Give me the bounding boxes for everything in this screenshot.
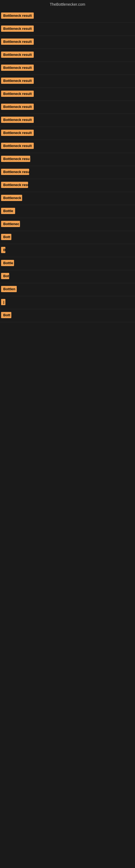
bottleneck-result-label: Bottleneck result (1, 104, 34, 110)
list-item: Bott (0, 231, 135, 244)
bottleneck-result-label: Bottleneck result (1, 52, 34, 58)
bottleneck-result-label: Bottlen (1, 286, 17, 292)
list-item: Bottlen (0, 283, 135, 296)
list-item: Bottleneck (0, 192, 135, 205)
bottleneck-result-label: Bottle (1, 208, 15, 214)
bottleneck-result-label: Bottleneck result (1, 117, 34, 123)
list-item: Bottleneck result (0, 101, 135, 114)
bottleneck-result-label: Bot (1, 273, 9, 279)
bottleneck-result-label: Bottleneck resu (1, 169, 29, 175)
list-item: Bottleneck result (0, 36, 135, 49)
bottleneck-result-label: Bottleneck resu (1, 156, 30, 162)
list-item: Bottle (0, 257, 135, 270)
site-title: TheBottlenecker.com (0, 0, 135, 10)
list-item: Bottleneck result (0, 75, 135, 88)
bottleneck-result-label: Bottleneck (1, 195, 22, 201)
list-item: Bottleneck result (0, 88, 135, 101)
site-title-container: TheBottlenecker.com (0, 0, 135, 10)
list-item: Bottleneck result (0, 114, 135, 127)
bottleneck-result-label: | (1, 299, 5, 305)
bottleneck-result-label: Bottleneck result (1, 26, 34, 32)
bottleneck-result-label: Bottleneck result (1, 91, 34, 97)
bottleneck-result-label: Bottlenec (1, 221, 20, 227)
bottleneck-result-label: Bottleneck result (1, 12, 34, 19)
bottleneck-result-label: Bott (1, 234, 11, 240)
bottleneck-result-label: Bott (1, 312, 11, 318)
list-item: Bottleneck result (0, 62, 135, 75)
bottleneck-result-label: Bottleneck result (1, 38, 34, 45)
bottleneck-result-label: Bottleneck resu (1, 182, 28, 188)
list-item: Bottlenec (0, 218, 135, 231)
list-item: Bottle (0, 205, 135, 218)
list-item: Bottleneck result (0, 127, 135, 140)
bottleneck-result-label: B (1, 247, 5, 253)
list-item: Bottleneck resu (0, 179, 135, 192)
list-item: Bottleneck result (0, 10, 135, 23)
list-item: Bottleneck result (0, 140, 135, 153)
bottleneck-result-label: Bottle (1, 260, 14, 266)
list-item: Bottleneck result (0, 23, 135, 36)
bottleneck-result-label: Bottleneck result (1, 65, 34, 71)
rows-container: Bottleneck resultBottleneck resultBottle… (0, 10, 135, 322)
list-item: Bottleneck result (0, 49, 135, 62)
bottleneck-result-label: Bottleneck result (1, 78, 34, 84)
bottleneck-result-label: Bottleneck result (1, 130, 34, 136)
list-item: B (0, 244, 135, 257)
list-item: Bottleneck resu (0, 153, 135, 166)
list-item: Bott (0, 309, 135, 322)
bottleneck-result-label: Bottleneck result (1, 143, 34, 149)
list-item: Bot (0, 270, 135, 283)
list-item: Bottleneck resu (0, 166, 135, 179)
list-item: | (0, 296, 135, 309)
